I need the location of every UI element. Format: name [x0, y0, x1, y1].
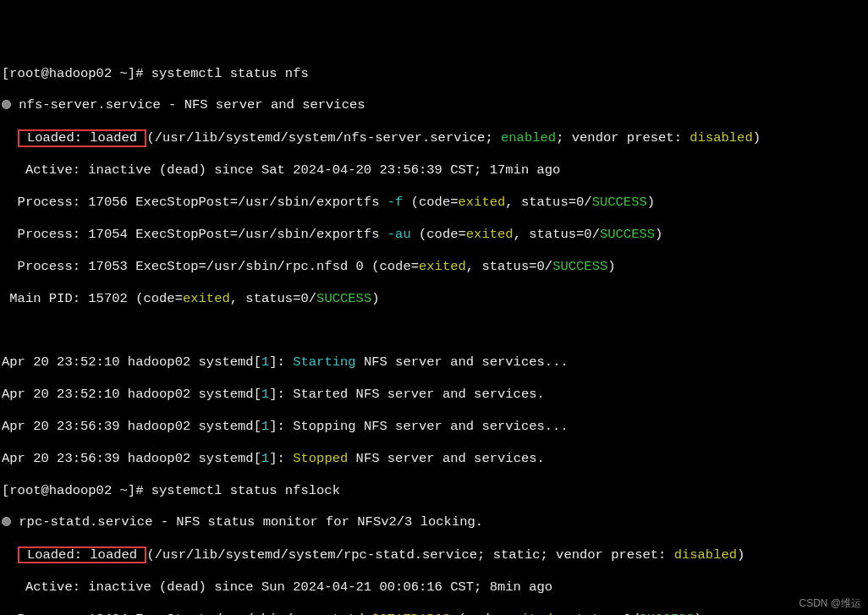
prompt: [root@hadoop02 ~]#: [2, 66, 151, 81]
statd-proc1: Process: 18404 ExecStart=/usr/sbin/rpc.s…: [2, 612, 866, 615]
watermark: CSDN @维运: [799, 597, 861, 610]
nfs-proc1: Process: 17056 ExecStopPost=/usr/sbin/ex…: [2, 195, 866, 211]
statd-header: rpc-statd.service - NFS status monitor f…: [2, 514, 866, 530]
nfs-mainpid: Main PID: 15702 (code=exited, status=0/S…: [2, 291, 866, 307]
nfs-active: Active: inactive (dead) since Sat 2024-0…: [2, 162, 866, 178]
nfs-log1: Apr 20 23:52:10 hadoop02 systemd[1]: Sta…: [2, 354, 866, 371]
statd-loaded: Loaded: loaded (/usr/lib/systemd/system/…: [2, 546, 866, 563]
nfs-log4: Apr 20 23:56:39 hadoop02 systemd[1]: Sto…: [2, 451, 866, 467]
nfs-log3: Apr 20 23:56:39 hadoop02 systemd[1]: Sto…: [2, 419, 866, 435]
bullet-icon: [2, 100, 11, 109]
nfs-proc2: Process: 17054 ExecStopPost=/usr/sbin/ex…: [2, 227, 866, 243]
prompt-line-1[interactable]: [root@hadoop02 ~]# systemctl status nfs: [2, 66, 866, 82]
highlight-box: Loaded: loaded: [18, 546, 147, 563]
blank: [2, 322, 866, 338]
bullet-icon: [2, 517, 11, 526]
nfs-header: nfs-server.service - NFS server and serv…: [2, 97, 866, 113]
prompt-line-2[interactable]: [root@hadoop02 ~]# systemctl status nfsl…: [2, 483, 866, 499]
nfs-loaded: Loaded: loaded (/usr/lib/systemd/system/…: [2, 129, 866, 146]
statd-active: Active: inactive (dead) since Sun 2024-0…: [2, 579, 866, 596]
command-1: systemctl status nfs: [151, 66, 309, 81]
nfs-log2: Apr 20 23:52:10 hadoop02 systemd[1]: Sta…: [2, 387, 866, 403]
command-2: systemctl status nfslock: [151, 483, 340, 498]
highlight-box: Loaded: loaded: [18, 129, 147, 146]
prompt: [root@hadoop02 ~]#: [2, 483, 151, 498]
nfs-proc3: Process: 17053 ExecStop=/usr/sbin/rpc.nf…: [2, 259, 866, 275]
